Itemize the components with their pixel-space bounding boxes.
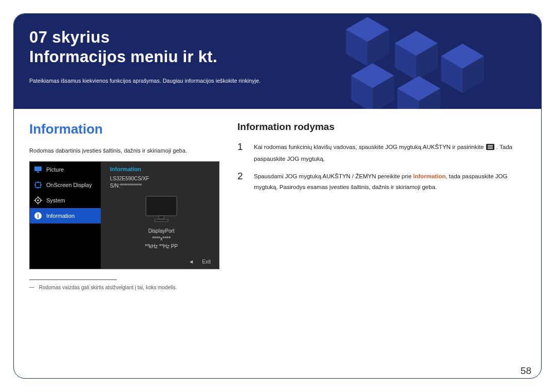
svg-point-23	[37, 199, 39, 201]
section-heading-display: Information rodymas	[237, 121, 526, 133]
step-number: 2	[237, 171, 247, 192]
cube-icon	[351, 63, 394, 109]
osd-panel-title: Information	[110, 166, 213, 172]
svg-rect-21	[38, 187, 39, 189]
highlight-word: Information	[413, 173, 446, 179]
step-text: Kai rodomas funkcinių klavišų vadovas, s…	[254, 142, 526, 164]
step-text-pre: Kai rodomas funkcinių klavišų vadovas, s…	[254, 144, 486, 150]
footnote: ― Rodomas vaizdas gali skirtis atsižvelg…	[29, 284, 227, 290]
left-column: Information Rodomas dabartinis įvesties …	[29, 121, 227, 290]
osd-exit-label[interactable]: Exit	[202, 259, 211, 265]
step-1: 1 Kai rodomas funkcinių klavišų vadovas,…	[237, 142, 526, 164]
svg-rect-30	[146, 196, 177, 216]
svg-rect-19	[40, 184, 42, 185]
osd-model: LS32E590CS/XF	[110, 175, 213, 182]
cube-icon	[397, 76, 440, 109]
cube-icon	[395, 31, 438, 80]
decorative-cubes	[325, 23, 505, 109]
osd-menu-item-information[interactable]: i Information	[30, 208, 101, 223]
osd-screenshot: Picture OnScreen Display System	[29, 161, 219, 269]
step-text: Spausdami JOG mygtuką AUKŠTYN / ŽEMYN pe…	[254, 171, 526, 192]
left-arrow-icon[interactable]: ◀	[190, 259, 193, 264]
osd-serial: S/N:***********	[110, 182, 213, 190]
step-number: 1	[237, 142, 247, 164]
gear-icon	[34, 196, 42, 204]
osd-menu-list: Picture OnScreen Display System	[30, 162, 101, 269]
dash-icon: ―	[29, 284, 34, 290]
right-column: Information rodymas 1 Kai rodomas funkci…	[237, 121, 526, 290]
svg-rect-18	[34, 184, 36, 185]
osd-frequency: **kHz **Hz PP	[110, 242, 213, 250]
monitor-icon	[143, 195, 179, 224]
cube-icon	[441, 44, 484, 93]
osd-menu-item-label: OnScreen Display	[46, 182, 92, 188]
svg-rect-34	[488, 145, 493, 146]
cube-icon	[346, 17, 389, 66]
svg-rect-16	[37, 172, 39, 173]
osd-menu-item-label: System	[46, 197, 65, 203]
step-2: 2 Spausdami JOG mygtuką AUKŠTYN / ŽEMYN …	[237, 171, 526, 192]
svg-rect-20	[38, 181, 39, 183]
svg-text:i: i	[37, 213, 39, 219]
step-text-pre: Spausdami JOG mygtuką AUKŠTYN / ŽEMYN pe…	[254, 173, 413, 179]
osd-menu-item-label: Picture	[46, 166, 64, 173]
footnote-text: Rodomas vaizdas gali skirtis atsižvelgia…	[39, 285, 177, 290]
osd-resolution: ****x****	[110, 235, 213, 242]
osd-menu-item-label: Information	[46, 213, 75, 219]
osd-menu-item-system[interactable]: System	[30, 193, 101, 208]
svg-rect-31	[159, 216, 164, 219]
svg-rect-36	[488, 148, 493, 148]
osd-menu-item-onscreen[interactable]: OnScreen Display	[30, 177, 101, 193]
menu-icon	[486, 143, 494, 154]
divider	[29, 279, 117, 280]
svg-rect-17	[35, 182, 41, 188]
info-icon: i	[34, 212, 42, 220]
osd-menu-item-picture[interactable]: Picture	[30, 162, 101, 177]
page-number: 58	[521, 365, 531, 377]
svg-rect-35	[488, 146, 493, 147]
svg-rect-15	[34, 166, 42, 171]
svg-rect-32	[155, 219, 168, 221]
section-description: Rodomas dabartinis įvesties šaltinis, da…	[29, 146, 227, 155]
chapter-header: 07 skyrius Informacijos meniu ir kt. Pat…	[14, 14, 541, 109]
page-frame: 07 skyrius Informacijos meniu ir kt. Pat…	[13, 13, 542, 379]
osd-port: DisplayPort	[110, 227, 213, 235]
osd-footer: ◀ Exit	[110, 257, 213, 267]
osd-info-panel: Information LS32E590CS/XF S/N:**********…	[101, 162, 219, 269]
osd-icon	[34, 181, 42, 189]
content-area: Information Rodomas dabartinis įvesties …	[14, 109, 541, 290]
section-heading-information: Information	[29, 121, 227, 137]
monitor-icon	[34, 165, 42, 174]
